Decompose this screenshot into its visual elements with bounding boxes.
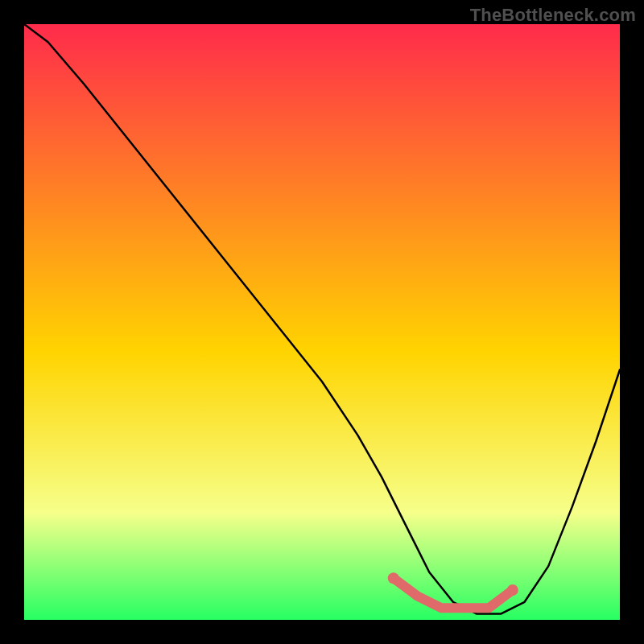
highlight-end-dot <box>507 584 518 596</box>
chart-stage: TheBottleneck.com <box>0 0 644 644</box>
plot-svg <box>24 24 620 620</box>
watermark-text: TheBottleneck.com <box>470 5 636 26</box>
plot-area <box>24 24 620 620</box>
gradient-bg <box>24 24 620 620</box>
highlight-start-dot <box>388 572 399 584</box>
